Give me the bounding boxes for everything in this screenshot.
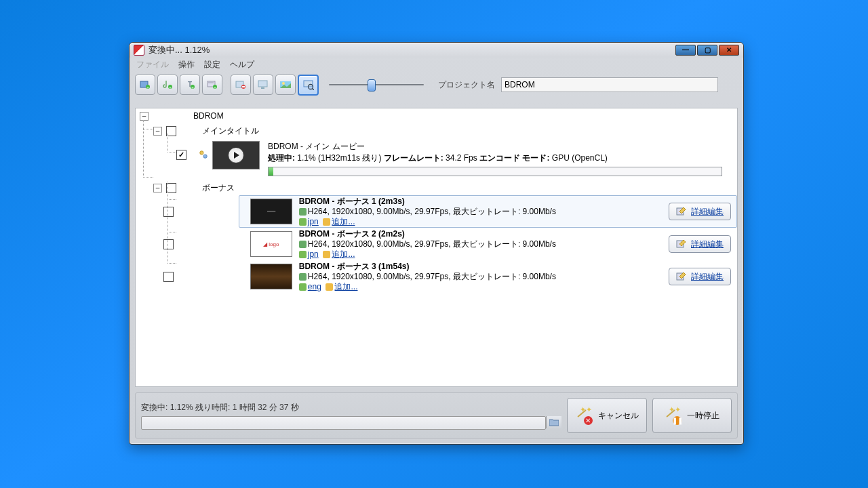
svg-rect-14 [242,86,245,87]
svg-point-18 [282,82,285,85]
app-window: 変換中... 1.12% — ▢ ✕ ファイル 操作 設定 ヘルプ + + T+… [129,42,744,445]
bonus3-edit-button[interactable]: 詳細編集 [669,268,731,285]
bonus-item-3[interactable]: BDROM - ボーナス 3 (1m54s) H264, 1920x1080, … [239,260,737,293]
tool-add-audio-button[interactable]: + [157,75,178,95]
subtitle-icon [326,283,333,291]
status-remain-label: 残り時間: [195,403,230,412]
menu-settings[interactable]: 設定 [204,59,220,70]
status-remain-value: 1 時間 32 分 37 秒 [233,403,299,412]
toolbar: + + T+ + プロジェクト名 [130,71,743,98]
pause-icon: ❚❚ [673,416,682,425]
encode-mode-label: エンコード モード: [479,153,549,163]
bonus1-checkbox[interactable] [163,207,174,217]
settings-icon[interactable] [199,150,208,159]
tool-monitor-button[interactable] [253,75,273,95]
main-movie-checkbox[interactable]: ✓ [176,150,186,160]
processing-label: 処理中: [268,153,295,163]
volume-slider[interactable] [329,78,424,92]
collapse-main-icon[interactable]: – [153,127,162,136]
video-icon [299,241,307,248]
project-name-input[interactable] [501,77,718,92]
bonus-item-2[interactable]: ◢ logo BDROM - ボーナス 2 (2m2s) H264, 1920x… [239,228,737,260]
bonus3-sub-link[interactable]: 追加... [334,282,357,291]
main-title-label: メインタイトル [202,125,259,137]
close-button[interactable]: ✕ [719,45,739,56]
maximize-button[interactable]: ▢ [697,45,717,56]
svg-rect-15 [258,81,267,87]
audio-icon [299,283,307,291]
bonus1-spec: H264, 1920x1080, 9.00Mb/s, 29.97Fps, 最大ビ… [308,207,556,216]
svg-line-21 [312,89,314,91]
bonus2-thumbnail[interactable]: ◢ logo [250,231,292,257]
bonus2-spec: H264, 1920x1080, 9.00Mb/s, 29.97Fps, 最大ビ… [308,239,556,249]
window-title: 変換中... 1.12% [149,44,675,56]
svg-text:+: + [214,85,216,89]
bonus2-edit-button[interactable]: 詳細編集 [669,235,731,253]
main-thumbnail[interactable] [212,141,260,169]
play-icon [228,147,244,163]
svg-rect-16 [261,87,264,89]
menu-action[interactable]: 操作 [178,59,195,70]
main-movie-name: BDROM - メイン ムービー [268,141,737,152]
titlebar[interactable]: 変換中... 1.12% — ▢ ✕ [130,43,743,58]
bonus1-audio-link[interactable]: jpn [308,217,319,226]
bonus2-sub-link[interactable]: 追加... [332,249,355,259]
status-percent: 1.12% [170,403,193,412]
tool-add-subtitle-button[interactable]: T+ [180,75,200,95]
project-name-label: プロジェクト名 [438,79,495,91]
bonus2-checkbox[interactable] [163,239,174,249]
bonus-item-1[interactable]: ━━━ BDROM - ボーナス 1 (2m3s) H264, 1920x108… [239,195,737,228]
app-icon [134,45,144,56]
svg-point-23 [203,155,207,158]
svg-text:+: + [191,85,194,89]
content-tree: – BDROM – メインタイトル ✓ BDROM - メイン ムービー 処理中… [135,108,738,387]
subtitle-icon [323,218,330,226]
tool-preview-button[interactable] [298,75,319,96]
tool-remove-button[interactable] [231,75,251,95]
status-prefix: 変換中: [141,403,167,412]
footer: 変換中: 1.12% 残り時間: 1 時間 32 分 37 秒 ✦✦✕ キャンセ… [135,392,738,439]
menu-help[interactable]: ヘルプ [230,59,254,70]
video-icon [299,273,307,281]
bonus1-sub-link[interactable]: 追加... [332,217,355,226]
svg-point-22 [200,151,203,155]
svg-text:+: + [146,85,149,89]
tool-add-chapter-button[interactable]: + [202,75,222,95]
bonus-group-label: ボーナス [202,182,235,194]
processing-value: 1.1% (1H32m11s 残り) [297,153,381,163]
bonus1-thumbnail[interactable]: ━━━ [250,199,292,224]
tool-add-video-button[interactable]: + [135,75,155,95]
bonus2-title: BDROM - ボーナス 2 (2m2s) [299,229,669,239]
framerate-label: フレームレート: [384,153,443,163]
svg-text:+: + [169,85,172,89]
menu-file[interactable]: ファイル [136,59,169,70]
bonus1-edit-button[interactable]: 詳細編集 [669,203,731,220]
bonus2-audio-link[interactable]: jpn [308,249,319,259]
framerate-value: 34.2 Fps [446,153,477,163]
bonus3-checkbox[interactable] [163,272,174,282]
pause-button[interactable]: ✦✦❚❚ 一時停止 [652,398,732,433]
menubar: ファイル 操作 設定 ヘルプ [130,58,743,71]
subtitle-icon [323,251,330,258]
open-folder-button[interactable] [546,416,561,428]
tool-picture-button[interactable] [275,75,296,95]
audio-icon [299,218,307,226]
cancel-icon: ✕ [584,416,593,425]
collapse-root-icon[interactable]: – [140,112,149,121]
root-label: BDROM [193,111,224,121]
overall-progress-bar [141,416,546,430]
minimize-button[interactable]: — [675,45,696,56]
cancel-button[interactable]: ✦✦✕ キャンセル [567,398,647,433]
encode-mode-value: GPU (OpenCL) [552,153,608,163]
bonus3-audio-link[interactable]: eng [308,282,321,291]
bonus3-thumbnail[interactable] [250,264,292,289]
bonus3-title: BDROM - ボーナス 3 (1m54s) [299,262,669,272]
bonus1-title: BDROM - ボーナス 1 (2m3s) [299,197,669,207]
video-icon [299,208,307,216]
bonus3-spec: H264, 1920x1080, 9.00Mb/s, 29.97Fps, 最大ビ… [308,272,556,281]
audio-icon [299,251,307,258]
collapse-bonus-icon[interactable]: – [153,184,162,192]
encode-progress-bar [268,167,722,176]
